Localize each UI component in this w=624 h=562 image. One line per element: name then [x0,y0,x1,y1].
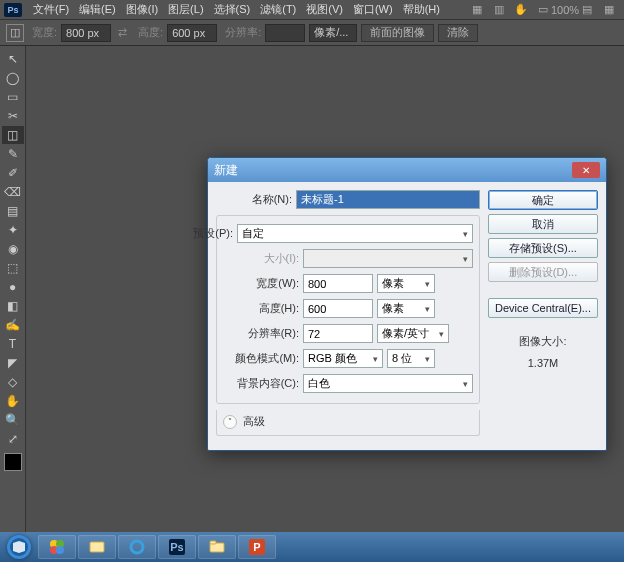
bits-select[interactable]: 8 位 [387,349,435,368]
menu-window[interactable]: 窗口(W) [348,0,398,19]
unit-select[interactable]: 像素/... [309,24,357,42]
bg-label: 背景内容(C): [223,376,299,391]
close-icon[interactable]: ✕ [572,162,600,178]
history-brush-tool-icon[interactable]: ✦ [2,221,24,239]
menu-edit[interactable]: 编辑(E) [74,0,121,19]
start-button[interactable] [2,534,36,560]
blur-tool-icon[interactable]: ● [2,278,24,296]
preset-label: 预设(P): [173,226,233,241]
name-input[interactable] [296,190,480,209]
path-tool-icon[interactable]: ◤ [2,354,24,372]
taskbar-ps[interactable]: Ps [158,535,196,559]
brush-tool-icon[interactable]: ⌫ [2,183,24,201]
crop-tool-icon[interactable]: ◫ [2,126,24,144]
menu-view[interactable]: 视图(V) [301,0,348,19]
clear-button[interactable]: 清除 [438,24,478,42]
swap-icon[interactable]: ⇄ [118,26,127,39]
svg-rect-11 [210,541,216,544]
menu-file[interactable]: 文件(F) [28,0,74,19]
taskbar-folder[interactable] [198,535,236,559]
dlg-res-input[interactable] [303,324,373,343]
delete-preset-button: 删除预设(D)... [488,262,598,282]
bridge-icon[interactable]: ▦ [469,2,485,18]
menu-help[interactable]: 帮助(H) [398,0,445,19]
rotate-tool-icon[interactable]: ⤢ [2,430,24,448]
hand-icon[interactable]: ✋ [513,2,529,18]
height-label: 高度: [138,25,163,40]
width-unit-select[interactable]: 像素 [377,274,435,293]
pen-tool-icon[interactable]: ✍ [2,316,24,334]
wand-tool-icon[interactable]: ✂ [2,107,24,125]
height-input[interactable] [167,24,217,42]
zoom-value[interactable]: 100% [557,2,573,18]
size-select [303,249,473,268]
move-tool-icon[interactable]: ↖ [2,50,24,68]
res-label: 分辨率: [225,25,261,40]
taskbar-ie[interactable] [118,535,156,559]
dlg-height-input[interactable] [303,299,373,318]
taskbar-ppt[interactable]: P [238,535,276,559]
menu-image[interactable]: 图像(I) [121,0,163,19]
heal-tool-icon[interactable]: ✐ [2,164,24,182]
dialog-title: 新建 [214,162,572,179]
cancel-button[interactable]: 取消 [488,214,598,234]
color-swatch[interactable] [4,453,22,471]
taskbar: Ps P [0,532,624,562]
dodge-tool-icon[interactable]: ◧ [2,297,24,315]
options-bar: ◫ 宽度: ⇄ 高度: 分辨率: 像素/... 前面的图像 清除 [0,20,624,46]
mode-select[interactable]: RGB 颜色 [303,349,383,368]
advanced-toggle[interactable]: ˅ 高级 [223,412,473,431]
svg-text:Ps: Ps [170,541,183,553]
res-unit-select[interactable]: 像素/英寸 [377,324,449,343]
dlg-width-input[interactable] [303,274,373,293]
taskbar-app-1[interactable] [38,535,76,559]
hand-tool-icon[interactable]: ✋ [2,392,24,410]
chevron-down-icon: ˅ [223,415,237,429]
image-size-label: 图像大小: [488,334,598,349]
dialog-titlebar[interactable]: 新建 ✕ [208,158,606,182]
svg-point-7 [131,541,143,553]
ok-button[interactable]: 确定 [488,190,598,210]
app-logo: Ps [4,3,22,17]
bg-select[interactable]: 白色 [303,374,473,393]
gradient-tool-icon[interactable]: ⬚ [2,259,24,277]
toolbox: ↖ ◯ ▭ ✂ ◫ ✎ ✐ ⌫ ▤ ✦ ◉ ⬚ ● ◧ ✍ T ◤ ◇ ✋ 🔍 … [0,46,26,532]
save-preset-button[interactable]: 存储预设(S)... [488,238,598,258]
svg-point-5 [56,546,64,554]
sceen-mode-icon[interactable]: ▭ [535,2,551,18]
res-label: 分辨率(R): [223,326,299,341]
layout-icon[interactable]: ▥ [491,2,507,18]
preset-select[interactable]: 自定 [237,224,473,243]
menu-filter[interactable]: 滤镜(T) [255,0,301,19]
svg-text:P: P [253,541,260,553]
eyedropper-tool-icon[interactable]: ✎ [2,145,24,163]
stamp-tool-icon[interactable]: ▤ [2,202,24,220]
eraser-tool-icon[interactable]: ◉ [2,240,24,258]
device-central-button[interactable]: Device Central(E)... [488,298,598,318]
menu-layer[interactable]: 图层(L) [163,0,208,19]
mode-label: 颜色模式(M): [223,351,299,366]
width-input[interactable] [61,24,111,42]
crop-tool-icon[interactable]: ◫ [6,24,24,42]
width-label: 宽度(W): [223,276,299,291]
height-label: 高度(H): [223,301,299,316]
size-label: 大小(I): [223,251,299,266]
new-document-dialog: 新建 ✕ 名称(N): 预设(P): 自定 大小(I): 宽度(W): [207,157,607,451]
menu-select[interactable]: 选择(S) [209,0,256,19]
image-size-value: 1.37M [488,357,598,369]
workspace-icon[interactable]: ▦ [601,2,617,18]
svg-rect-6 [90,542,104,552]
marquee-tool-icon[interactable]: ◯ [2,69,24,87]
name-label: 名称(N): [216,192,292,207]
width-label: 宽度: [32,25,57,40]
res-input[interactable] [265,24,305,42]
advanced-label: 高级 [243,414,265,429]
doc-icon[interactable]: ▤ [579,2,595,18]
type-tool-icon[interactable]: T [2,335,24,353]
lasso-tool-icon[interactable]: ▭ [2,88,24,106]
height-unit-select[interactable]: 像素 [377,299,435,318]
zoom-tool-icon[interactable]: 🔍 [2,411,24,429]
front-image-button[interactable]: 前面的图像 [361,24,434,42]
shape-tool-icon[interactable]: ◇ [2,373,24,391]
taskbar-explorer[interactable] [78,535,116,559]
